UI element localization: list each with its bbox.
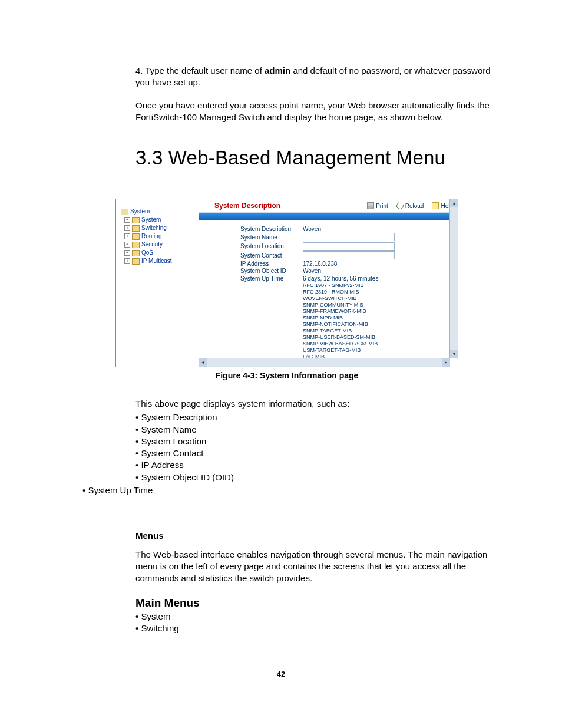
print-button[interactable]: Print (367, 202, 388, 209)
menus-heading: Menus (135, 531, 503, 541)
nav-item-system[interactable]: +System (124, 216, 199, 224)
mib-entry: WOVEN-SWITCH-MIB (303, 295, 458, 302)
nav-item-label: QoS (141, 249, 153, 257)
field-value: Woven (303, 226, 321, 232)
bullet-item: System Description (135, 411, 497, 423)
mib-entry: SNMP-COMMUNITY-MIB (303, 302, 458, 308)
nav-item-label: IP Multicast (141, 257, 172, 265)
bullet-item: System Contact (135, 447, 497, 459)
nav-item-label: Switching (141, 224, 167, 232)
folder-icon (132, 250, 140, 256)
menus-paragraph: The Web-based interface enables navigati… (135, 549, 497, 585)
bullet-item: System Object ID (OID) (135, 472, 497, 483)
scroll-right-icon[interactable]: ▸ (442, 358, 450, 367)
bullet-item: System Name (135, 424, 497, 436)
section-title: 3.3 Web-Based Management Menu (135, 147, 503, 169)
intro-para2: Once you have entered your access point … (135, 100, 497, 124)
folder-icon (132, 258, 140, 265)
step4-prefix: 4. Type the default user name of (135, 65, 265, 75)
nav-tree: System +System +Switching +Routing +Secu… (116, 199, 199, 367)
nav-item-ipmulticast[interactable]: +IP Multicast (124, 257, 199, 265)
help-icon (432, 202, 439, 209)
mib-entry: SNMP-MPD-MIB (303, 315, 458, 321)
expand-icon[interactable]: + (124, 217, 130, 223)
field-label: IP Address (240, 261, 303, 267)
expand-icon[interactable]: + (124, 242, 130, 248)
expand-icon[interactable]: + (124, 225, 130, 231)
figure-caption: Figure 4-3: System Information page (71, 371, 503, 380)
page-number: 42 (59, 670, 503, 678)
vertical-scrollbar[interactable]: ▴ ▾ (449, 199, 458, 358)
folder-icon (132, 233, 140, 240)
bullet-item: IP Address (135, 459, 497, 471)
bullet-item: System Location (135, 436, 497, 447)
nav-root[interactable]: System (121, 207, 199, 216)
field-label: System Object ID (240, 268, 303, 274)
post-figure-lead: This above page displays system informat… (135, 398, 497, 410)
nav-root-label: System (130, 207, 150, 216)
expand-icon[interactable]: + (124, 233, 130, 239)
mib-list: RFC 1907 - SNMPv2-MIB RFC 2819 - RMON-MI… (303, 282, 458, 367)
main-menus-list: System Switching (135, 611, 497, 635)
bullet-item: Switching (135, 622, 497, 634)
tool-label: Print (376, 203, 388, 209)
reload-button[interactable]: Reload (396, 202, 424, 209)
scroll-down-icon[interactable]: ▾ (450, 350, 458, 358)
expand-icon[interactable]: + (124, 258, 130, 264)
step4-bold: admin (265, 65, 290, 75)
intro-paragraphs: 4. Type the default user name of admin a… (135, 65, 497, 123)
nav-item-label: Routing (141, 232, 161, 241)
scroll-left-icon[interactable]: ◂ (199, 358, 207, 367)
field-label: System Name (240, 234, 303, 241)
panel-title: System Description (214, 202, 280, 210)
field-value: Woven (303, 268, 321, 274)
main-menus-heading: Main Menus (135, 597, 503, 610)
mib-entry: SNMP-USER-BASED-SM-MIB (303, 334, 458, 341)
scroll-up-icon[interactable]: ▴ (450, 199, 458, 207)
outdent-bullet: System Up Time (82, 485, 503, 495)
mib-entry: SNMP-NOTIFICATION-MIB (303, 321, 458, 328)
nav-item-qos[interactable]: +QoS (124, 249, 199, 257)
mib-entry: USM-TARGET-TAG-MIB (303, 347, 458, 354)
mib-entry: SNMP-TARGET-MIB (303, 328, 458, 334)
reload-icon (395, 201, 405, 210)
folder-icon (132, 217, 140, 223)
nav-item-switching[interactable]: +Switching (124, 224, 199, 232)
mib-entry: RFC 2819 - RMON-MIB (303, 289, 458, 295)
panel-header: System Description Print Reload Help (199, 199, 458, 213)
nav-item-label: System (141, 216, 161, 224)
tool-label: Reload (405, 203, 424, 209)
field-label: System Contact (240, 252, 303, 259)
field-label: System Description (240, 226, 303, 232)
separator-bar (199, 213, 458, 220)
folder-icon (132, 225, 140, 232)
print-icon (367, 202, 374, 209)
field-value: 6 days, 12 hours, 56 minutes (303, 275, 378, 282)
mib-entry: SNMP-VIEW-BASED-ACM-MIB (303, 341, 458, 347)
screenshot-frame: System +System +Switching +Routing +Secu… (115, 199, 458, 367)
folder-icon (132, 242, 140, 248)
nav-item-label: Security (141, 241, 163, 249)
field-label: System Up Time (240, 275, 303, 282)
nav-item-security[interactable]: +Security (124, 241, 199, 249)
system-contact-input[interactable] (303, 251, 395, 259)
mib-entry: SNMP-FRAMEWORK-MIB (303, 308, 458, 315)
folder-icon (121, 209, 128, 215)
mib-entry: RFC 1907 - SNMPv2-MIB (303, 282, 458, 289)
horizontal-scrollbar[interactable]: ◂ ▸ (199, 358, 450, 367)
system-name-input[interactable] (303, 233, 395, 241)
bullet-item: System (135, 611, 497, 622)
field-value: 172.16.0.238 (303, 261, 337, 267)
expand-icon[interactable]: + (124, 250, 130, 256)
system-location-input[interactable] (303, 242, 395, 251)
field-label: System Location (240, 243, 303, 249)
nav-item-routing[interactable]: +Routing (124, 232, 199, 241)
info-bullet-list: System Description System Name System Lo… (135, 411, 497, 483)
